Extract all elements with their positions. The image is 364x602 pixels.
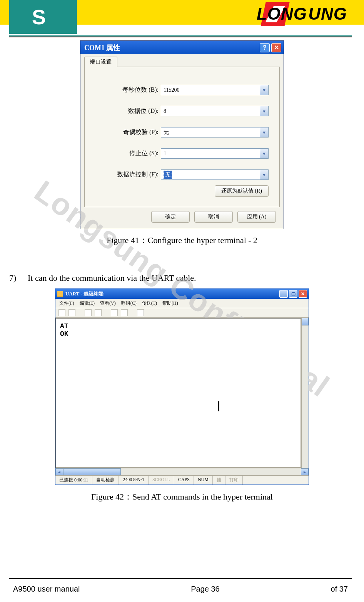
chevron-down-icon[interactable]: ▼ bbox=[260, 127, 268, 137]
status-detect: 自动检测 bbox=[92, 476, 119, 485]
brand-text-right: UNG bbox=[308, 5, 347, 22]
chevron-down-icon[interactable]: ▼ bbox=[260, 170, 268, 179]
status-caps: CAPS bbox=[174, 476, 194, 485]
menu-bar: 文件(F) 编辑(E) 查看(V) 呼叫(C) 传送(T) 帮助(H) bbox=[55, 299, 309, 308]
status-print: 打印 bbox=[225, 476, 243, 485]
parity-select[interactable]: 无▼ bbox=[161, 127, 269, 138]
menu-help[interactable]: 帮助(H) bbox=[162, 300, 178, 307]
app-icon bbox=[57, 291, 63, 297]
header-logo-icon: S bbox=[13, 0, 63, 34]
tool-disconnect-icon[interactable] bbox=[95, 309, 102, 316]
help-button[interactable]: ? bbox=[260, 43, 270, 52]
footer-right: of 37 bbox=[331, 585, 348, 594]
scroll-thumb[interactable] bbox=[302, 318, 309, 325]
ok-button[interactable]: 确定 bbox=[151, 211, 190, 223]
cancel-button[interactable]: 取消 bbox=[194, 211, 233, 223]
close-button[interactable]: ✕ bbox=[299, 290, 307, 298]
status-config: 2400 8-N-1 bbox=[119, 476, 149, 485]
status-bar: 已连接 0:00:11 自动检测 2400 8-N-1 SCROLL CAPS … bbox=[55, 475, 309, 485]
tool-connect-icon[interactable] bbox=[85, 309, 92, 316]
page-header: S LONG UNG bbox=[0, 0, 364, 37]
dialog-titlebar[interactable]: COM1 属性 ? ✕ bbox=[80, 41, 284, 54]
terminal-output[interactable]: AT OK bbox=[55, 318, 301, 468]
dialog-title: COM1 属性 bbox=[83, 44, 258, 51]
header-rule-red bbox=[9, 37, 352, 37]
baud-label: 每秒位数 (B): bbox=[95, 86, 161, 94]
footer-rule bbox=[9, 578, 352, 579]
tool-properties-icon[interactable] bbox=[137, 309, 144, 316]
page-footer: A9500 user manual Page 36 of 37 bbox=[13, 585, 348, 594]
close-button[interactable]: ✕ bbox=[271, 43, 281, 52]
status-connected: 已连接 0:00:11 bbox=[55, 476, 92, 485]
scroll-thumb[interactable] bbox=[63, 468, 121, 475]
baud-select[interactable]: 115200▼ bbox=[161, 85, 269, 95]
vertical-scrollbar[interactable] bbox=[301, 318, 309, 468]
step-text: It can do the communication via the UART… bbox=[28, 273, 196, 283]
data-bits-label: 数据位 (D): bbox=[95, 107, 161, 115]
menu-edit[interactable]: 编辑(E) bbox=[80, 300, 95, 307]
chevron-down-icon[interactable]: ▼ bbox=[260, 85, 268, 95]
step-number: 7) bbox=[9, 273, 19, 283]
tab-port-settings[interactable]: 端口设置 bbox=[84, 57, 117, 67]
text-cursor-icon bbox=[218, 401, 219, 411]
status-num: NUM bbox=[194, 476, 213, 485]
apply-button[interactable]: 应用 (A) bbox=[237, 211, 276, 223]
maximize-button[interactable]: ▢ bbox=[289, 290, 297, 298]
com1-properties-dialog: COM1 属性 ? ✕ 端口设置 每秒位数 (B): 115200▼ 数据位 (… bbox=[80, 40, 284, 229]
brand-text-left: LONG bbox=[257, 5, 307, 22]
menu-file[interactable]: 文件(F) bbox=[59, 300, 74, 307]
chevron-down-icon[interactable]: ▼ bbox=[260, 106, 268, 116]
toolbar bbox=[55, 308, 309, 318]
minimize-button[interactable]: _ bbox=[279, 290, 288, 298]
ht-titlebar[interactable]: UART - 超级终端 _ ▢ ✕ bbox=[55, 289, 309, 299]
menu-call[interactable]: 呼叫(C) bbox=[121, 300, 137, 307]
figure41-caption: Figure 41：Configure the hyper terminal -… bbox=[0, 235, 364, 246]
menu-transfer[interactable]: 传送(T) bbox=[142, 300, 157, 307]
stop-bits-label: 停止位 (S): bbox=[95, 149, 161, 158]
tool-open-icon[interactable] bbox=[68, 309, 75, 316]
stop-bits-select[interactable]: 1▼ bbox=[161, 148, 269, 159]
scroll-left-icon[interactable]: ◄ bbox=[55, 468, 63, 475]
status-scroll: SCROLL bbox=[149, 476, 174, 485]
footer-center: Page 36 bbox=[80, 585, 331, 594]
restore-defaults-button[interactable]: 还原为默认值 (R) bbox=[215, 185, 269, 197]
flow-control-select[interactable]: 无▼ bbox=[161, 169, 269, 180]
status-capture: 捕 bbox=[213, 476, 225, 485]
ht-title: UART - 超级终端 bbox=[65, 290, 278, 297]
hyperterminal-window: UART - 超级终端 _ ▢ ✕ 文件(F) 编辑(E) 查看(V) 呼叫(C… bbox=[55, 288, 309, 485]
menu-view[interactable]: 查看(V) bbox=[100, 300, 116, 307]
data-bits-select[interactable]: 8▼ bbox=[161, 106, 269, 116]
horizontal-scrollbar[interactable]: ◄ ► bbox=[55, 468, 309, 475]
footer-left: A9500 user manual bbox=[13, 585, 80, 594]
figure42-caption: Figure 42：Send AT commands in the hyper … bbox=[0, 491, 364, 503]
flow-control-label: 数据流控制 (F): bbox=[95, 171, 161, 179]
scroll-right-icon[interactable]: ► bbox=[301, 468, 309, 475]
tool-send-icon[interactable] bbox=[111, 309, 118, 316]
tool-new-icon[interactable] bbox=[58, 309, 65, 316]
parity-label: 奇偶校验 (P): bbox=[95, 128, 161, 136]
tool-receive-icon[interactable] bbox=[121, 309, 128, 316]
chevron-down-icon[interactable]: ▼ bbox=[260, 149, 268, 158]
